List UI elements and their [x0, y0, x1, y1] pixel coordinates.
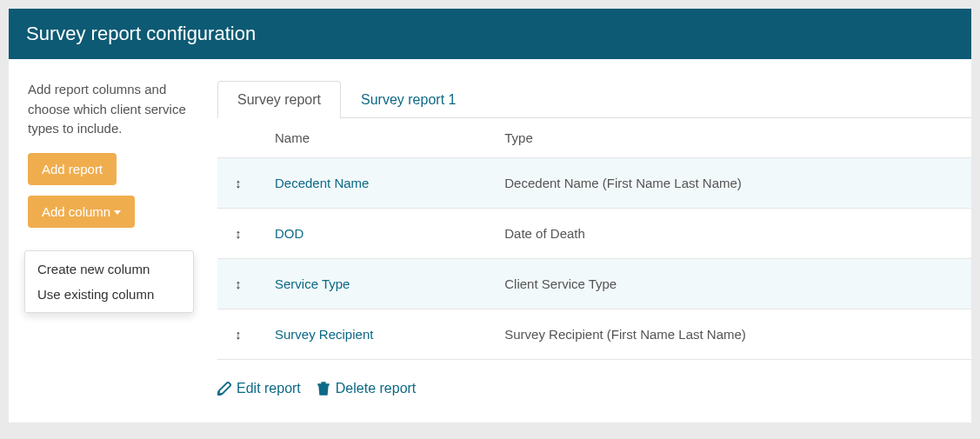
column-name-link[interactable]: Decedent Name — [275, 176, 369, 190]
delete-report-link[interactable]: Delete report — [317, 381, 417, 396]
table-row: ↕ Service Type Client Service Type — [217, 259, 971, 309]
column-type-text: Client Service Type — [504, 276, 617, 291]
column-name-link[interactable]: DOD — [275, 226, 303, 241]
tab-survey-report-1[interactable]: Survey report 1 — [341, 81, 476, 118]
dropdown-use-existing-column[interactable]: Use existing column — [25, 282, 193, 307]
drag-handle-icon[interactable]: ↕ — [235, 276, 242, 291]
drag-handle-icon[interactable]: ↕ — [235, 226, 242, 241]
delete-report-label: Delete report — [336, 381, 417, 396]
columns-table: Name Type ↕ Decedent Name Decedent Name … — [217, 118, 971, 360]
add-column-button[interactable]: Add column — [28, 196, 135, 228]
sidebar: Add report columns and choose which clie… — [9, 59, 217, 422]
col-name: Name — [259, 118, 489, 158]
edit-report-link[interactable]: Edit report — [217, 381, 301, 396]
trash-icon — [317, 382, 330, 396]
tabs: Survey report Survey report 1 — [217, 80, 971, 118]
page-title: Survey report configuration — [9, 9, 971, 59]
helper-text: Add report columns and choose which clie… — [28, 80, 198, 139]
dropdown-create-new-column[interactable]: Create new column — [25, 256, 193, 282]
tab-survey-report[interactable]: Survey report — [217, 81, 341, 118]
column-type-text: Date of Death — [504, 226, 585, 241]
main-panel: Survey report Survey report 1 Name Type … — [217, 59, 971, 422]
col-drag — [217, 118, 259, 158]
col-type: Type — [489, 118, 971, 158]
column-type-text: Survey Recipient (First Name Last Name) — [504, 327, 746, 342]
column-type-text: Decedent Name (First Name Last Name) — [504, 176, 742, 190]
table-row: ↕ DOD Date of Death — [217, 209, 971, 259]
column-name-link[interactable]: Survey Recipient — [275, 327, 373, 342]
column-name-link[interactable]: Service Type — [275, 276, 350, 291]
add-report-button[interactable]: Add report — [28, 153, 117, 185]
edit-report-label: Edit report — [237, 381, 301, 396]
table-row: ↕ Survey Recipient Survey Recipient (Fir… — [217, 309, 971, 360]
add-column-dropdown: Create new column Use existing column — [24, 250, 194, 313]
table-row: ↕ Decedent Name Decedent Name (First Nam… — [217, 158, 971, 209]
pencil-icon — [217, 382, 231, 396]
drag-handle-icon[interactable]: ↕ — [235, 327, 242, 342]
drag-handle-icon[interactable]: ↕ — [235, 176, 242, 190]
